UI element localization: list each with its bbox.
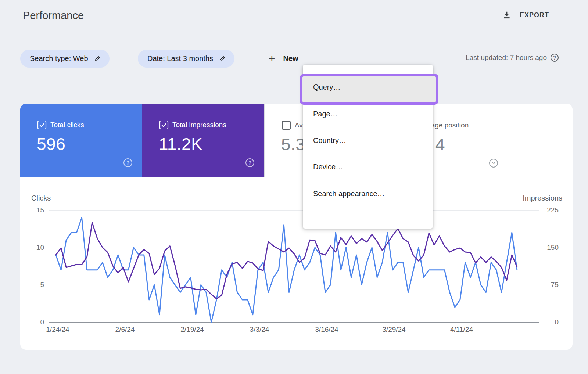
x-tick-label: 3/29/24	[368, 326, 420, 334]
search-type-chip-label: Search type: Web	[30, 54, 88, 63]
help-icon[interactable]: ?	[123, 158, 132, 167]
new-filter-dropdown-menu: Query… Page… Country… Device… Search app…	[303, 65, 433, 229]
export-label: EXPORT	[520, 11, 549, 19]
date-range-chip[interactable]: Date: Last 3 months	[138, 50, 234, 68]
date-chip-label: Date: Last 3 months	[147, 54, 213, 63]
y-tick-right: 75	[537, 281, 559, 289]
last-updated: Last updated: 7 hours ago ?	[466, 54, 559, 62]
metric-label: Total impressions	[172, 121, 226, 129]
y-tick-right: 150	[537, 244, 559, 252]
new-filter-label: New	[283, 54, 298, 63]
checkbox-unchecked-icon[interactable]	[282, 121, 291, 130]
series-total-clicks	[56, 217, 517, 322]
metric-value: 11.2K	[159, 134, 202, 154]
x-tick-label: 3/16/24	[301, 326, 352, 334]
metric-tile-total-clicks[interactable]: Total clicks 596 ?	[20, 104, 142, 177]
menu-item-search-appearance[interactable]: Search appearance…	[303, 182, 433, 205]
page-title: Performance	[23, 10, 84, 22]
x-tick-label: 3/3/24	[234, 326, 285, 334]
menu-item-country[interactable]: Country…	[303, 129, 433, 152]
performance-page: Performance EXPORT Search type: Web Date…	[0, 0, 588, 374]
edit-pencil-icon[interactable]	[219, 55, 226, 62]
metric-value: 4	[435, 134, 445, 154]
help-icon[interactable]: ?	[245, 158, 254, 167]
y-tick-left: 15	[22, 206, 44, 214]
performance-line-chart[interactable]	[49, 198, 539, 323]
export-button[interactable]: EXPORT	[502, 10, 549, 20]
y-tick-right: 0	[537, 318, 559, 326]
x-tick-label: 1/24/24	[32, 326, 83, 334]
y-tick-left: 0	[22, 318, 44, 326]
help-icon[interactable]: ?	[489, 159, 498, 168]
metric-label: Total clicks	[50, 121, 84, 129]
x-tick-label: 2/19/24	[166, 326, 218, 334]
y-tick-left: 10	[22, 244, 44, 252]
help-icon[interactable]: ?	[551, 54, 559, 62]
menu-item-device[interactable]: Device…	[303, 155, 433, 179]
new-filter-button[interactable]: + New	[269, 50, 298, 68]
edit-pencil-icon[interactable]	[94, 55, 101, 62]
metric-tile-total-impressions[interactable]: Total impressions 11.2K ?	[142, 104, 264, 177]
download-icon	[502, 10, 512, 20]
metric-value: 596	[37, 134, 65, 154]
left-axis-title: Clicks	[31, 194, 51, 202]
checkbox-checked-icon[interactable]	[159, 120, 169, 130]
search-type-chip[interactable]: Search type: Web	[20, 50, 110, 68]
y-tick-left: 5	[22, 281, 44, 289]
last-updated-text: Last updated: 7 hours ago	[466, 54, 547, 62]
header-divider	[0, 37, 588, 37]
menu-item-query[interactable]: Query…	[303, 75, 433, 99]
menu-item-page[interactable]: Page…	[303, 102, 433, 126]
y-tick-right: 225	[537, 206, 559, 214]
x-tick-label: 4/11/24	[436, 326, 487, 334]
x-tick-label: 2/6/24	[99, 326, 151, 334]
plus-icon: +	[269, 53, 275, 64]
checkbox-checked-icon[interactable]	[37, 120, 47, 130]
